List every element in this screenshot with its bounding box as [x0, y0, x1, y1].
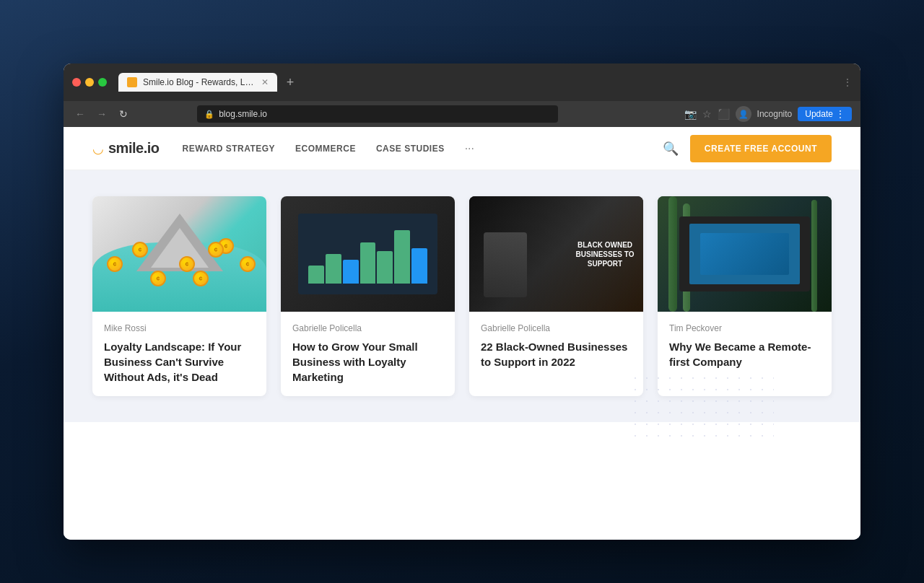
cards-grid: ¢ ¢ ¢ ¢ ¢ ¢ ¢ ¢ Mike Rossi Loyalty Lands…: [92, 196, 832, 396]
blog-section: ¢ ¢ ¢ ¢ ¢ ¢ ¢ ¢ Mike Rossi Loyalty Lands…: [64, 170, 860, 422]
overlay-text: BLACK OWNED BUSINESSES TO SUPPORT: [572, 240, 637, 268]
update-button[interactable]: Update ⋮: [798, 107, 852, 121]
coin-icon: ¢: [150, 271, 166, 286]
tab-close-icon[interactable]: ✕: [261, 77, 269, 87]
site-nav: REWARD STRATEGY ECOMMERCE CASE STUDIES ·…: [182, 142, 662, 155]
nav-reward-strategy[interactable]: REWARD STRATEGY: [182, 144, 275, 154]
new-tab-button[interactable]: +: [280, 72, 300, 92]
card-author-1: Mike Rossi: [104, 323, 255, 333]
page-content: ◡ smile.io REWARD STRATEGY ECOMMERCE CAS…: [64, 127, 860, 540]
url-text: blog.smile.io: [219, 109, 267, 119]
card-image-4: [658, 196, 832, 312]
laptop-graphic: [679, 216, 810, 292]
card-title-3: 22 Black-Owned Businesses to Support in …: [481, 339, 632, 369]
bookmark-icon[interactable]: ☆: [702, 108, 712, 120]
site-navbar: ◡ smile.io REWARD STRATEGY ECOMMERCE CAS…: [64, 127, 860, 170]
card-body-4: Tim Peckover Why We Became a Remote-firs…: [658, 312, 832, 396]
card-title-1: Loyalty Landscape: If Your Business Can'…: [104, 339, 255, 385]
card-author-3: Gabrielle Policella: [481, 323, 632, 333]
browser-window: Smile.io Blog - Rewards, Loya... ✕ + ⋮ ←…: [64, 63, 860, 540]
card-author-2: Gabrielle Policella: [292, 323, 443, 333]
card-body-3: Gabrielle Policella 22 Black-Owned Busin…: [469, 312, 643, 396]
card-body-2: Gabrielle Policella How to Grow Your Sma…: [281, 312, 455, 396]
bamboo-1: [668, 196, 677, 312]
card-image-1: ¢ ¢ ¢ ¢ ¢ ¢ ¢ ¢: [92, 196, 266, 312]
card-title-4: Why We Became a Remote-first Company: [669, 339, 820, 369]
card-image-3: BLACK OWNED BUSINESSES TO SUPPORT: [469, 196, 643, 312]
extensions-icon[interactable]: ⬛: [718, 108, 730, 120]
tab-favicon: [127, 77, 137, 87]
chart-bar: [360, 242, 376, 284]
chart-bar: [326, 254, 341, 284]
card-image-2: [281, 196, 455, 312]
tab-title: Smile.io Blog - Rewards, Loya...: [143, 77, 256, 87]
blog-card-4[interactable]: Tim Peckover Why We Became a Remote-firs…: [658, 196, 832, 396]
coin-icon: ¢: [132, 242, 148, 258]
active-tab[interactable]: Smile.io Blog - Rewards, Loya... ✕: [118, 73, 277, 92]
laptop-screen: [298, 214, 437, 294]
back-button[interactable]: ←: [72, 108, 88, 120]
search-icon[interactable]: 🔍: [663, 141, 679, 157]
chart-area: [305, 222, 431, 286]
site-logo[interactable]: ◡ smile.io: [92, 140, 159, 157]
address-bar-row: ← → ↻ 🔒 blog.smile.io 📷 ☆ ⬛ 👤 Incognito …: [64, 101, 860, 127]
tab-bar: Smile.io Blog - Rewards, Loya... ✕ +: [118, 72, 837, 92]
profile-button[interactable]: 👤: [736, 106, 751, 122]
laptop-screen-2: [689, 224, 801, 284]
maximize-button[interactable]: [98, 78, 107, 87]
card-title-2: How to Grow Your Small Business with Loy…: [292, 339, 443, 385]
blog-card-2[interactable]: Gabrielle Policella How to Grow Your Sma…: [281, 196, 455, 396]
browser-chrome: Smile.io Blog - Rewards, Loya... ✕ + ⋮: [64, 63, 860, 101]
coin-icon: ¢: [240, 256, 256, 272]
address-bar[interactable]: 🔒 blog.smile.io: [197, 105, 558, 123]
forward-button[interactable]: →: [94, 108, 110, 120]
profile-avatar: 👤: [738, 110, 749, 119]
coin-icon: ¢: [179, 256, 195, 272]
chart-bar: [377, 251, 393, 284]
blog-card-3[interactable]: BLACK OWNED BUSINESSES TO SUPPORT Gabrie…: [469, 196, 643, 396]
nav-ecommerce[interactable]: ECOMMERCE: [295, 144, 356, 154]
close-button[interactable]: [72, 78, 81, 87]
update-chevron-icon: ⋮: [836, 109, 845, 119]
card-body-1: Mike Rossi Loyalty Landscape: If Your Bu…: [92, 312, 266, 396]
chrome-menu-icon[interactable]: ⋮: [843, 77, 852, 87]
chart-bar: [394, 230, 410, 283]
site-nav-actions: 🔍 CREATE FREE ACCOUNT: [663, 135, 832, 162]
minimize-button[interactable]: [85, 78, 94, 87]
chart-bar: [411, 248, 427, 284]
nav-case-studies[interactable]: CASE STUDIES: [376, 144, 445, 154]
logo-smile-icon: ◡: [92, 141, 104, 157]
coin-icon: ¢: [193, 271, 209, 286]
update-label: Update: [805, 109, 833, 119]
coin-icon: ¢: [208, 242, 224, 258]
create-account-button[interactable]: CREATE FREE ACCOUNT: [690, 135, 832, 162]
laptop-display: [700, 233, 789, 275]
logo-text: smile.io: [108, 140, 159, 157]
person-silhouette: [484, 232, 527, 297]
camera-icon[interactable]: 📷: [684, 108, 697, 120]
coin-icon: ¢: [107, 256, 123, 272]
browser-actions: 📷 ☆ ⬛ 👤 Incognito Update ⋮: [684, 106, 852, 122]
chart-bar: [343, 260, 359, 284]
nav-more-icon[interactable]: ···: [465, 142, 474, 155]
bamboo-3: [811, 200, 817, 312]
traffic-lights: [72, 78, 107, 87]
chart-bar: [308, 266, 324, 283]
reload-button[interactable]: ↻: [116, 108, 131, 120]
card-author-4: Tim Peckover: [669, 323, 820, 333]
incognito-label: Incognito: [757, 109, 793, 119]
lock-icon: 🔒: [204, 110, 214, 119]
blog-card-1[interactable]: ¢ ¢ ¢ ¢ ¢ ¢ ¢ ¢ Mike Rossi Loyalty Lands…: [92, 196, 266, 396]
